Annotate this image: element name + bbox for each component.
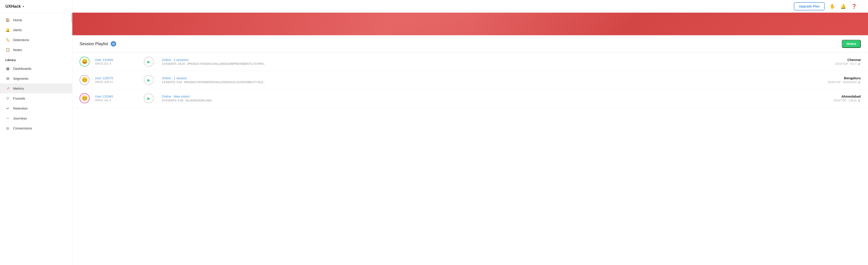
segments-icon: ⊞: [5, 76, 10, 81]
session-row: 😊 User 131945 SINCE JUL 4 ▶ Online · New…: [72, 89, 868, 107]
monitor-icon: 🖥: [858, 99, 861, 102]
sidebar: UXHack ▾ 🏠 Home 🔔 Alerts 🏷️ Detections 📋…: [0, 0, 72, 265]
main-content: Upgrade Plan ✋ 🔔 ❓ Session Playlist Onli…: [72, 0, 868, 265]
session-status: Online · New visitor!: [162, 95, 819, 98]
sidebar-item-label-segments: Segments: [13, 76, 29, 80]
detections-icon: 🏷️: [5, 37, 10, 42]
topbar: Upgrade Plan ✋ 🔔 ❓: [72, 0, 868, 13]
sidebar-item-journeys[interactable]: ↔ Journeys: [0, 113, 72, 123]
session-info: Online · New visitor! 24 EVENTS· 6:39 · …: [162, 95, 819, 102]
sidebar-item-label-funnels: Funnels: [13, 96, 25, 100]
user-since: SINCE JUL 4: [95, 99, 135, 102]
location-city: Chennai: [825, 58, 861, 62]
user-name[interactable]: User 131945: [95, 95, 135, 98]
session-location: Ahmedabad DESKTOP · LINUX 🖥: [825, 94, 861, 102]
funnels-icon: ▽: [5, 96, 10, 101]
online-filter-button[interactable]: Online: [842, 40, 861, 48]
session-location: Chennai DESKTOP · OS X 🖥: [825, 58, 861, 66]
sidebar-item-retention[interactable]: ↩ Retention: [0, 103, 72, 113]
sidebar-item-label-detections: Detections: [13, 38, 29, 42]
avatar-emoji: 😊: [82, 77, 88, 83]
sidebar-item-label-retention: Retention: [13, 106, 28, 110]
sidebar-item-funnels[interactable]: ▽ Funnels: [0, 93, 72, 103]
monitor-icon: 🖥: [858, 62, 861, 66]
scrollbar-indicator[interactable]: [71, 13, 72, 23]
sidebar-item-label-conversions: Conversions: [13, 126, 32, 130]
session-meta: 24 EVENTS· 6:39 · /ELDORADO/PLANS/: [162, 99, 819, 102]
sidebar-item-label-home: Home: [13, 18, 22, 22]
user-info: User 129375 SINCE JUN 21: [95, 76, 135, 84]
monitor-icon: 🖥: [858, 80, 861, 84]
sidebar-item-label-journeys: Journeys: [13, 117, 27, 120]
bell-icon[interactable]: 🔔: [840, 3, 846, 9]
sidebar-item-label-metrics: Metrics: [13, 87, 24, 90]
user-info: User 131905 SINCE JUL 4: [95, 58, 135, 65]
workspace-name: UXHack: [5, 4, 21, 9]
playlist-indicator-icon: [111, 41, 116, 46]
location-detail: DESKTOP · OS X 🖥: [825, 62, 861, 66]
sidebar-item-label-dashboards: Dashboards: [13, 67, 31, 70]
user-avatar: 😊: [80, 93, 90, 103]
sidebar-item-conversions[interactable]: ◎ Conversions: [0, 123, 72, 133]
sidebar-item-detections[interactable]: 🏷️ Detections: [0, 35, 72, 45]
play-button[interactable]: ▶: [144, 75, 154, 85]
banner-image: [72, 13, 868, 35]
workspace-chevron-icon: ▾: [23, 5, 24, 8]
device-info: DESKTOP · LINUX: [834, 99, 857, 102]
home-icon: 🏠: [5, 18, 10, 22]
sessions-list: 😄 User 131905 SINCE JUL 4 ▶ Online · 2 s…: [72, 53, 868, 265]
user-name[interactable]: User 129375: [95, 76, 135, 80]
user-since: SINCE JUL 4: [95, 62, 135, 65]
session-status: Online · 2 sessions: [162, 58, 819, 62]
journeys-icon: ↔: [5, 116, 10, 121]
session-meta: 14 EVENTS· 34:24 · /PRODUCT/FIGMA/CHALLE…: [162, 62, 819, 66]
session-info: Online · 2 sessions 14 EVENTS· 34:24 · /…: [162, 58, 819, 66]
dashboards-icon: ▦: [5, 66, 10, 71]
device-info: DESKTOP · OS X: [835, 62, 857, 66]
sidebar-item-dashboards[interactable]: ▦ Dashboards: [0, 64, 72, 73]
sidebar-item-notes[interactable]: 📋 Notes: [0, 45, 72, 55]
session-row: 😄 User 131905 SINCE JUL 4 ▶ Online · 2 s…: [72, 53, 868, 71]
user-name[interactable]: User 131905: [95, 58, 135, 62]
user-avatar: 😄: [80, 57, 90, 67]
avatar-emoji: 😄: [82, 59, 88, 65]
library-section-label: Library: [0, 55, 72, 64]
user-avatar: 😊: [80, 75, 90, 85]
sidebar-nav-primary: 🏠 Home 🔔 Alerts 🏷️ Detections 📋 Notes Li…: [0, 13, 72, 135]
sidebar-item-metrics[interactable]: ↗ Metrics: [0, 84, 72, 93]
notes-icon: 📋: [5, 47, 10, 52]
hand-icon[interactable]: ✋: [829, 3, 835, 9]
location-detail: DESKTOP · LINUX 🖥: [825, 99, 861, 102]
device-info: DESKTOP · WINDOWS: [828, 81, 857, 84]
session-row: 😊 User 129375 SINCE JUN 21 ▶ Online · 1 …: [72, 71, 868, 89]
upgrade-plan-button[interactable]: Upgrade Plan: [794, 2, 825, 10]
session-meta: 4 EVENTS· 0:44 · /PRODUCT/PHONEPE/CHALLE…: [162, 81, 819, 84]
sidebar-item-label-alerts: Alerts: [13, 28, 22, 32]
sidebar-item-segments[interactable]: ⊞ Segments: [0, 73, 72, 84]
playlist-title: Session Playlist: [80, 41, 108, 46]
avatar-emoji: 😊: [82, 95, 88, 101]
play-button[interactable]: ▶: [144, 93, 154, 103]
metrics-icon: ↗: [5, 86, 10, 91]
session-status: Online · 1 session: [162, 76, 819, 80]
user-info: User 131945 SINCE JUL 4: [95, 95, 135, 102]
session-info: Online · 1 session 4 EVENTS· 0:44 · /PRO…: [162, 76, 819, 84]
location-detail: DESKTOP · WINDOWS 🖥: [825, 80, 861, 84]
workspace-header[interactable]: UXHack ▾: [0, 0, 72, 13]
sidebar-item-home[interactable]: 🏠 Home: [0, 15, 72, 25]
session-location: Bengaluru DESKTOP · WINDOWS 🖥: [825, 76, 861, 84]
sidebar-item-alerts[interactable]: 🔔 Alerts: [0, 25, 72, 35]
conversions-icon: ◎: [5, 126, 10, 130]
playlist-header: Session Playlist Online: [72, 35, 868, 53]
alerts-icon: 🔔: [5, 28, 10, 32]
location-city: Ahmedabad: [825, 94, 861, 98]
help-icon[interactable]: ❓: [851, 3, 857, 9]
playlist-title-row: Session Playlist: [80, 41, 116, 46]
play-button[interactable]: ▶: [144, 57, 154, 67]
sidebar-item-label-notes: Notes: [13, 48, 22, 52]
retention-icon: ↩: [5, 106, 10, 110]
user-since: SINCE JUN 21: [95, 80, 135, 84]
location-city: Bengaluru: [825, 76, 861, 80]
